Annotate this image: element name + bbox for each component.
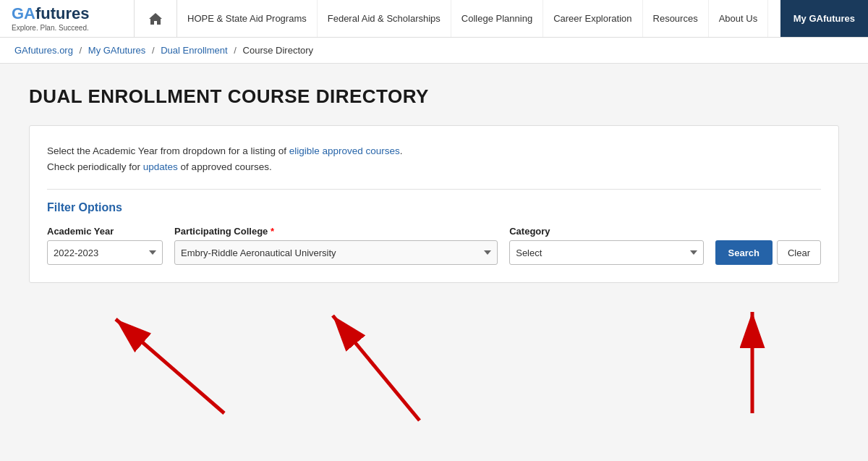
academic-year-group: Academic Year 2022-2023 2021-2022 2020-2… [47,226,163,265]
nav-college-planning[interactable]: College Planning [451,0,543,37]
info-line-2: Check periodically for updates of approv… [47,159,821,175]
button-group: Search Clear [715,240,821,265]
logo-futures: futures [35,4,90,22]
highlight-eligible: eligible approved courses [289,145,400,156]
breadcrumb-mygafutures[interactable]: My GAfutures [88,45,145,56]
card-info: Select the Academic Year from dropdown f… [47,143,821,174]
nav-resources[interactable]: Resources [643,0,709,37]
page-title: DUAL ENROLLMENT COURSE DIRECTORY [29,85,839,108]
breadcrumb-sep-1: / [80,45,82,56]
logo-ga: GA [12,4,35,22]
arrows-svg [29,297,839,442]
nav-career-exploration[interactable]: Career Exploration [543,0,642,37]
breadcrumb: GAfutures.org / My GAfutures / Dual Enro… [0,38,868,64]
highlight-updates: updates [143,161,178,172]
logo-area: GAfutures Explore. Plan. Succeed. [0,0,134,37]
home-icon [148,12,163,26]
logo: GAfutures [12,5,90,22]
breadcrumb-sep-2: / [152,45,155,56]
academic-year-label: Academic Year [47,226,163,237]
arrow-2 [333,316,420,420]
navbar: GAfutures Explore. Plan. Succeed. HOPE &… [0,0,868,38]
main-content: DUAL ENROLLMENT COURSE DIRECTORY Select … [14,64,854,461]
nav-hope-state-aid[interactable]: HOPE & State Aid Programs [177,0,318,37]
required-star: * [271,226,274,237]
nav-links: HOPE & State Aid Programs Federal Aid & … [177,0,780,37]
my-gafutures-button[interactable]: My GAfutures [780,0,868,37]
clear-button[interactable]: Clear [777,240,821,265]
college-select[interactable]: Embry-Riddle Aeronautical University [174,240,498,265]
college-label: Participating College * [174,226,498,237]
info-line-1: Select the Academic Year from dropdown f… [47,143,821,159]
svg-line-1 [116,319,224,413]
category-group: Category Select Science Math English His… [509,226,703,265]
filter-row: Academic Year 2022-2023 2021-2022 2020-2… [47,226,821,265]
search-button[interactable]: Search [715,240,773,265]
arrows-area [29,297,839,442]
breadcrumb-current: Course Directory [243,45,314,56]
logo-tagline: Explore. Plan. Succeed. [12,24,90,32]
category-select[interactable]: Select Science Math English History [509,240,703,265]
breadcrumb-gafutures[interactable]: GAfutures.org [14,45,73,56]
main-card: Select the Academic Year from dropdown f… [29,125,839,283]
breadcrumb-dual-enrollment[interactable]: Dual Enrollment [161,45,228,56]
academic-year-select[interactable]: 2022-2023 2021-2022 2020-2021 [47,240,163,265]
filter-options-title: Filter Options [47,189,821,214]
college-group: Participating College * Embry-Riddle Aer… [174,226,498,265]
breadcrumb-sep-3: / [234,45,237,56]
nav-about-us[interactable]: About Us [709,0,768,37]
svg-line-3 [333,316,420,420]
arrow-1 [116,319,224,413]
nav-federal-aid[interactable]: Federal Aid & Scholarships [318,0,451,37]
category-label: Category [509,226,703,237]
home-button[interactable] [134,0,177,37]
